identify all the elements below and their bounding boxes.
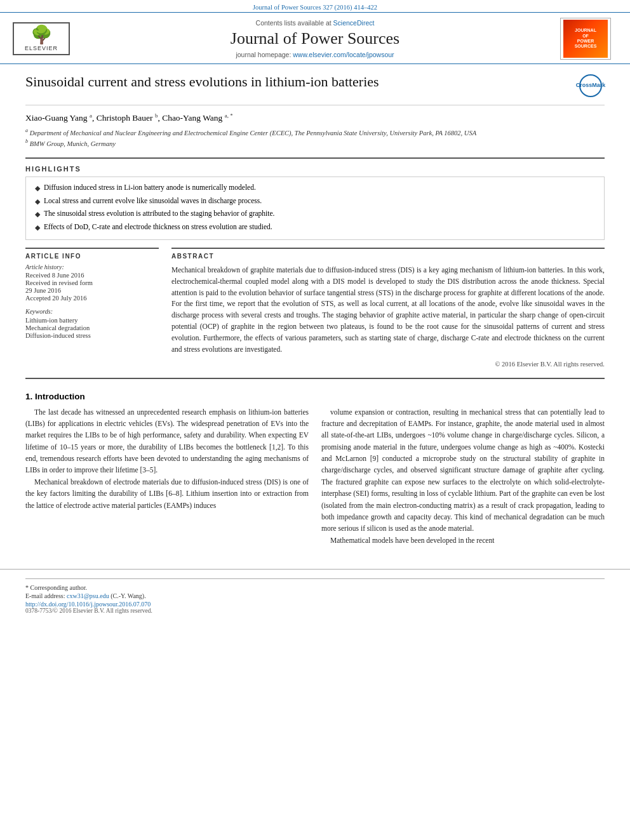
journal-homepage: journal homepage: www.elsevier.com/locat… (76, 51, 554, 58)
intro-body-columns: The last decade has witnessed an unprece… (25, 406, 605, 547)
received-date: Received 8 June 2016 (25, 272, 159, 279)
bullet-3: ◆ (35, 209, 40, 220)
divider-after-affiliations (25, 157, 605, 159)
bullet-1: ◆ (35, 183, 40, 194)
copyright-line: © 2016 Elsevier B.V. All rights reserved… (171, 361, 605, 368)
issn-line: 0378-7753/© 2016 Elsevier B.V. All right… (25, 608, 605, 614)
main-content: Sinusoidal current and stress evolutions… (0, 64, 630, 559)
crossmark-text: CrossMark (576, 82, 606, 90)
crossmark-badge[interactable]: CrossMark (579, 74, 605, 100)
journal-reference-bar: Journal of Power Sources 327 (2016) 414–… (0, 0, 630, 12)
keywords-label: Keywords: (25, 308, 159, 315)
affiliation-b: b BMW Group, Munich, Germany (25, 138, 605, 149)
bullet-2: ◆ (35, 196, 40, 207)
article-info-title: ARTICLE INFO (25, 253, 159, 260)
elsevier-name: ELSEVIER (17, 45, 66, 51)
page: Journal of Power Sources 327 (2016) 414–… (0, 0, 630, 840)
abstract-text: Mechanical breakdown of graphite materia… (171, 265, 605, 356)
highlight-item-3: ◆ The sinusoidal stress evolution is att… (35, 208, 595, 220)
revised-label: Received in revised form (25, 279, 159, 286)
highlights-box: ◆ Diffusion induced stress in Li-ion bat… (25, 177, 605, 240)
bullet-4: ◆ (35, 222, 40, 233)
authors-line: Xiao-Guang Yang a, Christoph Bauer b, Ch… (25, 112, 605, 123)
elsevier-logo: 🌳 ELSEVIER (13, 22, 70, 55)
affiliation-a: a Department of Mechanical and Nuclear E… (25, 127, 605, 138)
intro-para-1: The last decade has witnessed an unprece… (25, 406, 309, 476)
journal-logo: JOURNALOFPOWERSOURCES (560, 18, 611, 60)
keyword-1: Lithium-ion battery (25, 317, 159, 324)
intro-right-col: volume expansion or contraction, resulti… (321, 406, 605, 547)
author-1: Xiao-Guang Yang a, (25, 113, 97, 123)
email-note: E-mail address: cxw31@psu.edu (C.-Y. Wan… (25, 592, 605, 599)
article-info-section: ARTICLE INFO Article history: Received 8… (25, 248, 159, 339)
highlight-item-2: ◆ Local stress and current evolve like s… (35, 196, 595, 207)
keyword-3: Diffusion-induced stress (25, 332, 159, 339)
intro-left-col: The last decade has witnessed an unprece… (25, 406, 309, 547)
footer-rule (25, 578, 605, 579)
abstract-section: ABSTRACT Mechanical breakdown of graphit… (171, 248, 605, 368)
article-info-column: ARTICLE INFO Article history: Received 8… (25, 248, 159, 368)
elsevier-tree-icon: 🌳 (17, 26, 66, 44)
journal-logo-text: JOURNALOFPOWERSOURCES (575, 28, 597, 50)
journal-header: 🌳 ELSEVIER Contents lists available at S… (0, 12, 630, 64)
abstract-title: ABSTRACT (171, 253, 605, 260)
journal-reference-text: Journal of Power Sources 327 (2016) 414–… (253, 4, 377, 11)
intro-heading: 1. Introduction (25, 392, 605, 401)
intro-para-3: volume expansion or contraction, resulti… (321, 406, 605, 535)
highlight-item-4: ◆ Effects of DoD, C-rate and electrode t… (35, 222, 595, 233)
doi-line: http://dx.doi.org/10.1016/j.jpowsour.201… (25, 601, 605, 608)
accepted-date: Accepted 20 July 2016 (25, 295, 159, 302)
sciencedirect-link[interactable]: ScienceDirect (333, 19, 375, 27)
introduction-section: 1. Introduction The last decade has witn… (25, 392, 605, 547)
keyword-2: Mechanical degradation (25, 324, 159, 331)
highlight-item-1: ◆ Diffusion induced stress in Li-ion bat… (35, 182, 595, 194)
history-label: Article history: (25, 263, 159, 270)
article-title-area: Sinusoidal current and stress evolutions… (25, 73, 605, 105)
highlights-section-label: HIGHLIGHTS (25, 165, 605, 173)
affiliations: a Department of Mechanical and Nuclear E… (25, 127, 605, 149)
header-center: Contents lists available at ScienceDirec… (76, 19, 554, 58)
revised-date: 29 June 2016 (25, 287, 159, 294)
author-2: Christoph Bauer b, (97, 113, 163, 123)
author-3: Chao-Yang Wang a, * (162, 113, 233, 123)
homepage-url[interactable]: www.elsevier.com/locate/jpowsour (293, 51, 394, 58)
article-title: Sinusoidal current and stress evolutions… (25, 73, 573, 91)
abstract-column: ABSTRACT Mechanical breakdown of graphit… (171, 248, 605, 368)
journal-title: Journal of Power Sources (76, 29, 554, 48)
email-link[interactable]: cxw31@psu.edu (67, 592, 109, 599)
divider-before-intro (25, 378, 605, 379)
intro-para-2: Mechanical breakdown of electrode materi… (25, 476, 309, 511)
page-footer: * Corresponding author. E-mail address: … (0, 569, 630, 618)
intro-para-4: Mathematical models have been developed … (321, 535, 605, 546)
sciencedirect-line: Contents lists available at ScienceDirec… (76, 19, 554, 27)
doi-link[interactable]: http://dx.doi.org/10.1016/j.jpowsour.201… (25, 601, 151, 608)
corresponding-author-note: * Corresponding author. (25, 584, 605, 591)
keywords-section: Keywords: Lithium-ion battery Mechanical… (25, 308, 159, 339)
article-info-abstract-row: ARTICLE INFO Article history: Received 8… (25, 248, 605, 368)
